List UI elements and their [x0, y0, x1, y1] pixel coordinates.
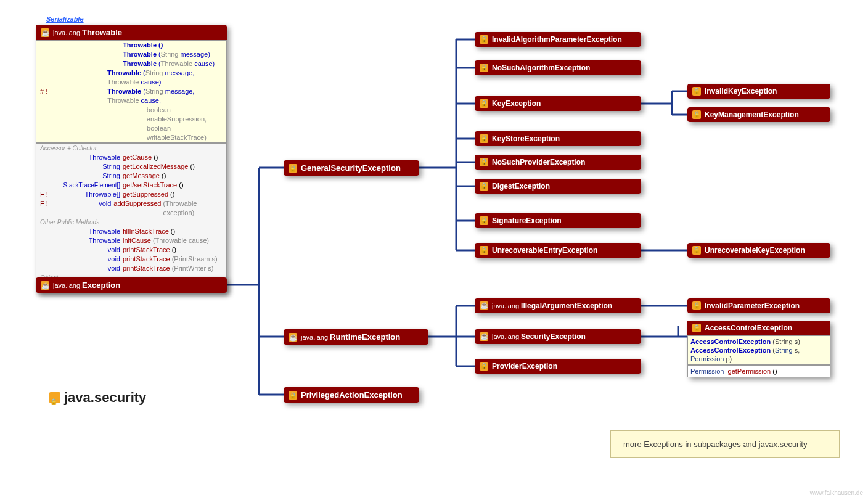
- cup-icon: [41, 281, 49, 290]
- class-nspe: NoSuchProviderException: [475, 155, 641, 170]
- constructors-section: Throwable () Throwable (String message) …: [36, 40, 227, 143]
- class-throwable: java.lang.Throwable Throwable () Throwab…: [36, 25, 227, 292]
- class-kme: KeyManagementException: [687, 107, 830, 122]
- cup-icon: [289, 333, 297, 342]
- class-pae: PrivilegedActionException: [284, 387, 419, 403]
- class-ke: KeyException: [475, 96, 641, 111]
- lock-icon: [480, 158, 488, 166]
- lock-icon: [480, 216, 488, 225]
- class-gse: GeneralSecurityException: [284, 160, 419, 176]
- note-more-exceptions: more Exceptions in subpackages and javax…: [610, 430, 840, 458]
- cup-icon: [41, 28, 49, 37]
- accessors-section: Accessor + Collector ThrowablegetCause (…: [36, 143, 227, 292]
- lock-icon: [49, 392, 60, 403]
- lock-icon: [480, 35, 488, 44]
- class-uke: UnrecoverableKeyException: [687, 243, 830, 258]
- lock-icon: [480, 99, 488, 108]
- class-exception: java.lang.Exception: [36, 277, 227, 293]
- lock-icon: [480, 246, 488, 255]
- class-iae: java.lang.IllegalArgumentException: [475, 298, 641, 313]
- lock-icon: [692, 301, 701, 310]
- class-iape: InvalidAlgorithmParameterException: [475, 32, 641, 47]
- class-pe: ProviderException: [475, 359, 641, 374]
- lock-icon: [289, 391, 297, 400]
- class-header-throwable: java.lang.Throwable: [36, 25, 227, 40]
- class-ike: InvalidKeyException: [687, 84, 830, 99]
- class-se: SignatureException: [475, 213, 641, 228]
- lock-icon: [692, 246, 701, 255]
- lock-icon: [692, 324, 701, 332]
- class-kse: KeyStoreException: [475, 131, 641, 146]
- package-title: java.security: [49, 390, 146, 406]
- lock-icon: [480, 182, 488, 191]
- lock-icon: [480, 362, 488, 371]
- class-de: DigestException: [475, 179, 641, 194]
- lock-icon: [289, 164, 297, 173]
- serializable-link[interactable]: Serializable: [46, 15, 84, 23]
- class-runtime: java.lang.RuntimeException: [284, 329, 428, 345]
- class-ipe: InvalidParameterException: [687, 298, 830, 313]
- class-name: Throwable: [82, 28, 122, 37]
- lock-icon: [480, 134, 488, 143]
- lock-icon: [480, 64, 488, 72]
- lock-icon: [692, 87, 701, 96]
- cup-icon: [480, 332, 488, 341]
- class-uee: UnrecoverableEntryException: [475, 243, 641, 258]
- watermark: www.falkhausen.de: [810, 490, 863, 496]
- lock-icon: [692, 110, 701, 119]
- cup-icon: [480, 301, 488, 310]
- class-nsae: NoSuchAlgorithmException: [475, 60, 641, 75]
- class-pkg: java.lang.: [53, 29, 82, 36]
- class-ace: AccessControlException AccessControlExce…: [687, 321, 830, 377]
- class-sece: java.lang.SecurityException: [475, 329, 641, 344]
